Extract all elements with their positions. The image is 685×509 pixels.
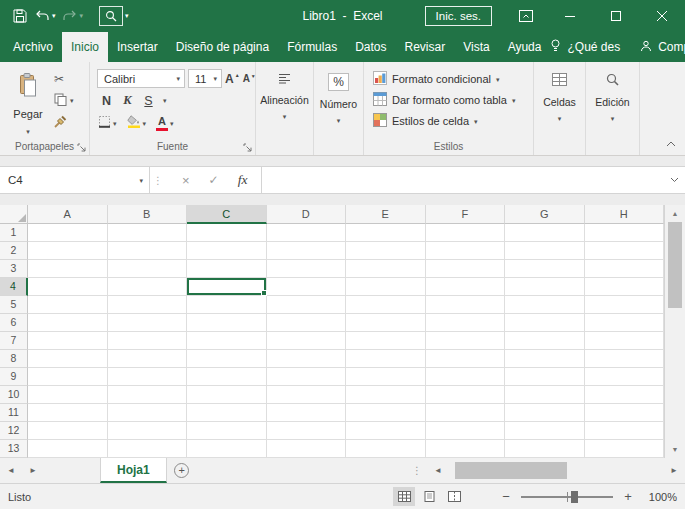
cell-B8[interactable] [108, 350, 188, 368]
tab-f-rmulas[interactable]: Fórmulas [278, 32, 346, 62]
cell-G5[interactable] [505, 296, 585, 314]
collapse-ribbon-icon[interactable] [666, 136, 676, 150]
cell-B10[interactable] [108, 386, 188, 404]
cell-A10[interactable] [28, 386, 108, 404]
cell-G9[interactable] [505, 368, 585, 386]
tab-archivo[interactable]: Archivo [4, 32, 62, 62]
cells-dropdown-icon[interactable]: ▾ [558, 115, 562, 122]
cell-H13[interactable] [585, 440, 665, 458]
vertical-scrollbar-thumb[interactable] [668, 222, 682, 308]
cell-E8[interactable] [346, 350, 426, 368]
row-header-7[interactable]: 7 [0, 332, 28, 350]
tell-me-button[interactable]: ¿Qué des [550, 39, 620, 55]
cell-B6[interactable] [108, 314, 188, 332]
cell-H5[interactable] [585, 296, 665, 314]
bold-button[interactable]: N [100, 94, 113, 108]
sheet-nav-right-icon[interactable]: ► [22, 458, 44, 483]
cell-H12[interactable] [585, 422, 665, 440]
sheet-nav-left-icon[interactable]: ◄ [0, 458, 22, 483]
cell-styles-button[interactable]: Estilos de celda ▾ [373, 112, 515, 130]
cell-G8[interactable] [505, 350, 585, 368]
font-color-dropdown-icon[interactable]: ▾ [170, 120, 174, 127]
tab-dise-o-de-p-gina[interactable]: Diseño de página [167, 32, 278, 62]
cell-F11[interactable] [426, 404, 506, 422]
cell-D13[interactable] [267, 440, 347, 458]
cell-F9[interactable] [426, 368, 506, 386]
hscroll-right-icon[interactable]: ► [663, 466, 685, 475]
row-header-3[interactable]: 3 [0, 260, 28, 278]
paste-dropdown-icon[interactable]: ▾ [26, 128, 30, 135]
fill-color-button[interactable]: ▾ [127, 115, 147, 131]
cell-E2[interactable] [346, 242, 426, 260]
column-header-F[interactable]: F [426, 205, 506, 224]
paste-button[interactable]: Pegar ▾ [7, 68, 49, 138]
cell-C6[interactable] [187, 314, 267, 332]
cell-B5[interactable] [108, 296, 188, 314]
zoom-thumb[interactable] [571, 491, 578, 503]
cell-E4[interactable] [346, 278, 426, 296]
cell-E1[interactable] [346, 224, 426, 242]
cell-A13[interactable] [28, 440, 108, 458]
number-dropdown-icon[interactable]: ▾ [337, 117, 341, 124]
row-header-13[interactable]: 13 [0, 440, 28, 458]
cell-G4[interactable] [505, 278, 585, 296]
cell-A2[interactable] [28, 242, 108, 260]
name-box[interactable]: C4 ▾ [0, 167, 150, 193]
vertical-scrollbar-track[interactable] [665, 308, 685, 441]
cell-A6[interactable] [28, 314, 108, 332]
page-break-view-button[interactable] [443, 487, 465, 506]
cell-B3[interactable] [108, 260, 188, 278]
font-size-combobox[interactable]: 11▾ [188, 69, 222, 88]
minimize-button[interactable] [547, 0, 593, 32]
cell-styles-dropdown-icon[interactable]: ▾ [474, 118, 478, 125]
cell-H6[interactable] [585, 314, 665, 332]
fill-color-dropdown-icon[interactable]: ▾ [143, 120, 147, 127]
cell-D4[interactable] [267, 278, 347, 296]
hscroll-left-icon[interactable]: ◄ [427, 466, 449, 475]
cell-F4[interactable] [426, 278, 506, 296]
row-header-2[interactable]: 2 [0, 242, 28, 260]
normal-view-button[interactable] [393, 487, 415, 506]
alignment-dropdown-icon[interactable]: ▾ [283, 113, 287, 120]
zoom-slider[interactable] [521, 488, 613, 506]
cell-B7[interactable] [108, 332, 188, 350]
alignment-button[interactable]: Alineación ▾ [256, 62, 313, 155]
cell-D7[interactable] [267, 332, 347, 350]
zoom-in-button[interactable]: + [622, 489, 634, 504]
cell-A3[interactable] [28, 260, 108, 278]
cell-E13[interactable] [346, 440, 426, 458]
expand-formula-bar-icon[interactable] [663, 167, 685, 193]
new-sheet-button[interactable]: + [167, 458, 197, 483]
cell-E12[interactable] [346, 422, 426, 440]
column-header-C[interactable]: C [187, 205, 267, 224]
sheet-tab-hoja1[interactable]: Hoja1 [100, 458, 167, 483]
cell-F12[interactable] [426, 422, 506, 440]
cell-G12[interactable] [505, 422, 585, 440]
column-header-H[interactable]: H [585, 205, 665, 224]
tab-ayuda[interactable]: Ayuda [499, 32, 551, 62]
cell-D3[interactable] [267, 260, 347, 278]
font-color-button[interactable]: A ▾ [156, 116, 174, 131]
cells-button[interactable]: Celdas ▾ [534, 62, 585, 155]
cell-F3[interactable] [426, 260, 506, 278]
cell-E7[interactable] [346, 332, 426, 350]
cell-E10[interactable] [346, 386, 426, 404]
select-all-corner[interactable] [0, 205, 28, 224]
zoom-out-button[interactable]: − [500, 489, 512, 504]
cell-B13[interactable] [108, 440, 188, 458]
sheet-bar-splitter[interactable]: ⋮ [407, 465, 427, 476]
cell-C7[interactable] [187, 332, 267, 350]
italic-button[interactable]: K [121, 93, 134, 108]
formula-bar-splitter[interactable]: ⋮ [150, 167, 166, 193]
format-as-table-dropdown-icon[interactable]: ▾ [512, 97, 516, 104]
cell-C12[interactable] [187, 422, 267, 440]
cell-E9[interactable] [346, 368, 426, 386]
cell-D11[interactable] [267, 404, 347, 422]
tab-inicio[interactable]: Inicio [62, 32, 108, 62]
cancel-icon[interactable]: × [182, 173, 190, 188]
conditional-formatting-dropdown-icon[interactable]: ▾ [496, 76, 500, 83]
cell-A12[interactable] [28, 422, 108, 440]
column-header-B[interactable]: B [108, 205, 188, 224]
cell-C5[interactable] [187, 296, 267, 314]
format-painter-button[interactable] [54, 115, 74, 130]
